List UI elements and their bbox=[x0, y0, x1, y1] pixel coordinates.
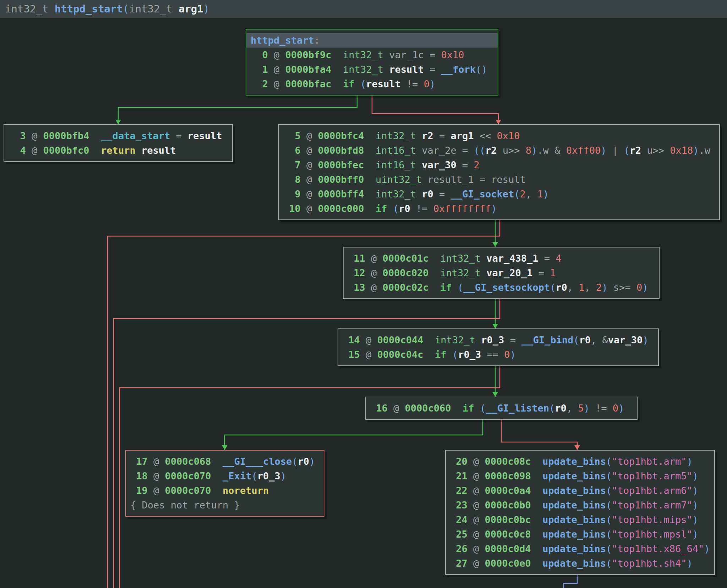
line-number: 19 bbox=[130, 483, 148, 498]
code-line[interactable]: 3 @ 0000bfb4 __data_start = result bbox=[9, 129, 228, 143]
token-kw: if bbox=[376, 203, 393, 214]
code-line[interactable]: 15 @ 0000c04c if (r0_3 == 0) bbox=[343, 347, 654, 362]
token-fnp: ( bbox=[606, 500, 612, 511]
instruction-address: 0000c0a4 bbox=[485, 485, 531, 496]
code-line[interactable]: 25 @ 0000c0c8 update_bins("top1hbt.mpsl"… bbox=[450, 527, 710, 541]
token-str: "top1hbt.mpsl" bbox=[612, 529, 693, 540]
code-line[interactable]: 11 @ 0000c01c int32_t var_438_1 = 4 bbox=[348, 251, 655, 266]
token-num: 5 bbox=[578, 403, 584, 414]
token-str: "top1hbt.sh4" bbox=[612, 558, 687, 569]
token-comment: { Does not return } bbox=[130, 500, 240, 511]
basic-block-bind[interactable]: 14 @ 0000c044 int32_t r0_3 = __GI_bind(r… bbox=[338, 328, 659, 366]
gutter-gap bbox=[364, 174, 376, 185]
token-plain: int32_t bbox=[129, 3, 179, 15]
token-num: 4 bbox=[556, 253, 561, 264]
instruction-address: 0000bfc0 bbox=[43, 145, 89, 156]
line-number: 11 bbox=[348, 251, 365, 266]
token-type: int16_t bbox=[376, 145, 422, 156]
token-fn: httpd_start bbox=[55, 3, 123, 15]
basic-block-setsockopt[interactable]: 11 @ 0000c01c int32_t var_438_1 = 412 @ … bbox=[343, 247, 660, 299]
instruction-address: 0000bfc4 bbox=[318, 130, 364, 141]
token-num: 1 bbox=[579, 282, 584, 293]
token-varb: var_30 bbox=[608, 334, 643, 345]
code-line[interactable]: 9 @ 0000bff4 int32_t r0 = __GI_socket(2,… bbox=[283, 187, 715, 201]
code-line[interactable]: 6 @ 0000bfd8 int16_t var_2e = ((r2 u>> 8… bbox=[283, 143, 715, 158]
token-type: int32_t bbox=[376, 189, 422, 200]
at-separator: @ bbox=[388, 403, 405, 414]
token-num: 0 bbox=[613, 403, 618, 414]
code-line[interactable]: 10 @ 0000c000 if (r0 != 0xffffffff) bbox=[283, 201, 715, 216]
basic-block-update-bins[interactable]: 20 @ 0000c08c update_bins("top1hbt.arm")… bbox=[445, 450, 715, 575]
token-num: 0 bbox=[636, 282, 642, 293]
basic-block-return[interactable]: 3 @ 0000bfb4 __data_start = result4 @ 00… bbox=[4, 124, 233, 162]
token-str: "top1hbt.x86_64" bbox=[612, 543, 704, 554]
at-separator: @ bbox=[301, 145, 318, 156]
token-num: 1 bbox=[550, 267, 556, 278]
token-fnp: ) bbox=[584, 403, 590, 414]
code-line[interactable]: 14 @ 0000c044 int32_t r0_3 = __GI_bind(r… bbox=[343, 333, 654, 347]
basic-block-entry[interactable]: httpd_start:0 @ 0000bf9c int32_t var_1c … bbox=[246, 29, 498, 96]
code-line[interactable]: 26 @ 0000c0d4 update_bins("top1hbt.x86_6… bbox=[450, 541, 710, 556]
token-fnp: ) bbox=[309, 456, 315, 467]
code-line[interactable]: 5 @ 0000bfc4 int32_t r2 = arg1 << 0x10 bbox=[283, 129, 715, 143]
at-separator: @ bbox=[360, 334, 377, 345]
code-line[interactable]: 22 @ 0000c0a4 update_bins("top1hbt.arm6"… bbox=[450, 483, 710, 498]
at-separator: @ bbox=[301, 189, 318, 200]
token-num: 0 bbox=[504, 349, 510, 360]
code-line[interactable]: 24 @ 0000c0bc update_bins("top1hbt.mips"… bbox=[450, 512, 710, 527]
code-line[interactable]: 0 @ 0000bf9c int32_t var_1c = 0x10 bbox=[251, 48, 493, 62]
code-line[interactable]: 1 @ 0000bfa4 int32_t result = __fork() bbox=[251, 62, 493, 77]
token-fnp: ) bbox=[602, 282, 607, 293]
line-number: 13 bbox=[348, 280, 365, 295]
code-line[interactable]: 4 @ 0000bfc0 return result bbox=[9, 143, 228, 158]
line-number: 22 bbox=[450, 483, 468, 498]
token-varb: result bbox=[141, 145, 176, 156]
token-fn: update_bins bbox=[542, 514, 606, 525]
token-fn: __GI_socket bbox=[450, 189, 514, 200]
gutter-gap bbox=[332, 78, 343, 89]
instruction-address: 0000c044 bbox=[377, 334, 423, 345]
token-varb: r2 bbox=[422, 130, 433, 141]
code-line[interactable]: 13 @ 0000c02c if (__GI_setsockopt(r0, 1,… bbox=[348, 280, 655, 295]
code-line[interactable]: 21 @ 0000c098 update_bins("top1hbt.arm5"… bbox=[450, 469, 710, 483]
basic-block-listen[interactable]: 16 @ 0000c060 if (__GI_listen(r0, 5) != … bbox=[365, 397, 638, 420]
code-line[interactable]: 27 @ 0000c0e0 update_bins("top1hbt.sh4") bbox=[450, 556, 710, 571]
token-op: , bbox=[585, 282, 596, 293]
token-op: = bbox=[433, 189, 451, 200]
at-separator: @ bbox=[26, 145, 43, 156]
instruction-address: 0000c0b0 bbox=[485, 500, 531, 511]
token-fnp: ( bbox=[573, 334, 579, 345]
edge-listen-true-exit bbox=[225, 420, 483, 450]
instruction-address: 0000c0c8 bbox=[485, 529, 531, 540]
gutter-gap bbox=[531, 514, 543, 525]
code-line[interactable]: 8 @ 0000bff0 uint32_t result_1 = result bbox=[283, 172, 715, 187]
token-fnp: ) bbox=[693, 485, 698, 496]
edge-updatebins-out-offscreen bbox=[564, 575, 577, 588]
token-fn: __GI___close bbox=[223, 456, 292, 467]
token-op: = bbox=[474, 174, 491, 185]
basic-block-socket[interactable]: 5 @ 0000bfc4 int32_t r2 = arg1 << 0x106 … bbox=[278, 124, 720, 220]
code-line[interactable]: 23 @ 0000c0b0 update_bins("top1hbt.arm7"… bbox=[450, 498, 710, 512]
code-line[interactable]: 2 @ 0000bfac if (result != 0) bbox=[251, 77, 493, 91]
code-line[interactable]: 18 @ 0000c070 _Exit(r0_3) bbox=[130, 469, 319, 483]
code-line[interactable]: 16 @ 0000c060 if (__GI_listen(r0, 5) != … bbox=[370, 401, 633, 415]
line-number: 27 bbox=[450, 556, 468, 571]
block-label-line[interactable]: httpd_start: bbox=[246, 33, 498, 48]
code-line[interactable]: 12 @ 0000c020 int32_t var_20_1 = 1 bbox=[348, 266, 655, 280]
token-fn: __GI_bind bbox=[521, 334, 573, 345]
gutter-gap bbox=[429, 253, 441, 264]
code-line[interactable]: 17 @ 0000c068 __GI___close(r0) bbox=[130, 454, 319, 469]
code-line[interactable]: 7 @ 0000bfec int16_t var_30 = 2 bbox=[283, 158, 715, 172]
basic-block-exit-noreturn[interactable]: 17 @ 0000c068 __GI___close(r0)18 @ 0000c… bbox=[125, 450, 324, 517]
code-line[interactable]: 19 @ 0000c070 noreturn bbox=[130, 483, 319, 498]
gutter-gap bbox=[211, 456, 223, 467]
line-number: 25 bbox=[450, 527, 468, 541]
code-line[interactable]: { Does not return } bbox=[130, 498, 319, 512]
code-line[interactable]: 20 @ 0000c08c update_bins("top1hbt.arm") bbox=[450, 454, 710, 469]
token-op: != bbox=[410, 203, 433, 214]
token-varb: var_20_1 bbox=[486, 267, 532, 278]
instruction-address: 0000c098 bbox=[485, 470, 531, 481]
instruction-address: 0000c01c bbox=[383, 253, 429, 264]
token-varb: r0_3 bbox=[458, 349, 481, 360]
line-number: 1 bbox=[251, 62, 268, 77]
